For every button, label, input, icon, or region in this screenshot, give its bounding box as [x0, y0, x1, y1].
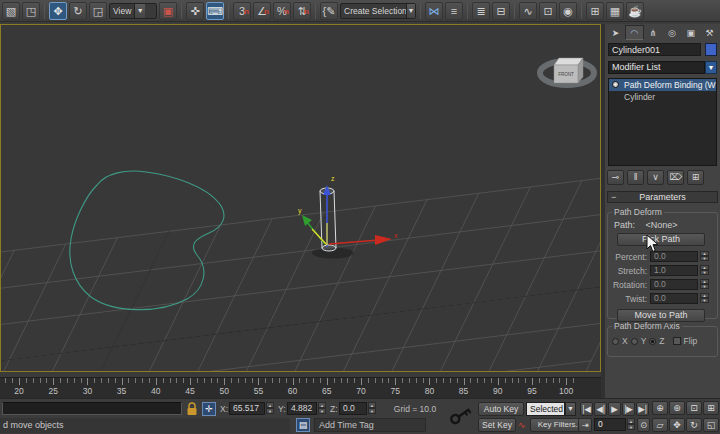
zoom-all-button[interactable]: ⊛ — [669, 401, 685, 415]
next-frame-button[interactable]: |▶ — [622, 402, 635, 416]
orbit-button[interactable]: ↻ — [686, 418, 702, 432]
tab-create[interactable]: ➤ — [606, 25, 625, 40]
axis-radio-x[interactable] — [612, 338, 619, 345]
use-pivot-point-center-button[interactable]: ▣ — [159, 2, 177, 20]
timeline-frame-label[interactable]: 45 — [185, 386, 194, 396]
x-coord-spinner[interactable]: ▲▼ — [266, 402, 274, 415]
tab-utilities[interactable]: ⚒ — [700, 25, 719, 40]
parameter-spinner[interactable]: ▲▼ — [700, 251, 709, 262]
modifier-stack[interactable]: Path Deform Binding (WSCylinder — [608, 78, 717, 166]
marquee-select-region-icon[interactable]: ▧ — [2, 2, 20, 20]
y-coord-field[interactable]: 4.882 — [287, 402, 317, 415]
object-color-swatch[interactable] — [705, 43, 717, 56]
selected-set-dropdown[interactable]: Selected ▼ — [526, 402, 576, 416]
y-coord-spinner[interactable]: ▲▼ — [318, 402, 326, 415]
timeline-frame-label[interactable]: 60 — [288, 386, 297, 396]
key-mode-toggle[interactable]: ⇥ — [578, 418, 592, 432]
parameter-field[interactable]: 0.0 — [650, 279, 698, 290]
play-animation-button[interactable]: ▶ — [608, 402, 621, 416]
tab-display[interactable]: ▣ — [681, 25, 700, 40]
scene-explorer-button[interactable]: ⊟ — [492, 2, 510, 20]
chevron-down-icon[interactable]: ▼ — [134, 4, 145, 18]
timeline-frame-label[interactable]: 70 — [356, 386, 365, 396]
layer-manager-button[interactable]: ≣ — [472, 2, 490, 20]
parameter-spinner[interactable]: ▲▼ — [700, 293, 709, 304]
time-configuration-button[interactable]: ⊙ — [637, 418, 650, 432]
field-of-view-button[interactable]: ▱ — [652, 418, 668, 432]
render-setup-button[interactable]: ⊞ — [586, 2, 604, 20]
go-to-end-button[interactable]: ▶| — [636, 402, 649, 416]
timeline-frame-label[interactable]: 20 — [14, 386, 23, 396]
material-editor-button[interactable]: ◉ — [559, 2, 577, 20]
absolute-mode-toggle[interactable]: ✛ — [202, 402, 216, 416]
zoom-extents-button[interactable]: ⊡ — [686, 401, 702, 415]
select-and-manipulate-button[interactable]: ✜ — [186, 2, 204, 20]
make-unique-button[interactable]: ∨ — [647, 170, 664, 185]
timeline-frame-label[interactable]: 50 — [219, 386, 228, 396]
viewcube[interactable]: FRONT — [540, 58, 594, 85]
tab-hierarchy[interactable]: ⋔ — [644, 25, 663, 40]
maximize-viewport-toggle[interactable]: ◱ — [703, 418, 719, 432]
spinner-snap-toggle-button[interactable]: ⇅n — [293, 2, 311, 20]
modifier-list-dropdown[interactable]: Modifier List ▼ — [608, 61, 717, 74]
parameters-rollout-header[interactable]: − Parameters — [607, 191, 718, 203]
lightbulb-icon[interactable] — [612, 81, 619, 88]
x-coord-field[interactable]: 65.517 — [229, 402, 265, 415]
set-keys-key-icon[interactable] — [448, 401, 474, 429]
current-frame-field[interactable]: 0 — [594, 418, 626, 431]
timeline-frame-label[interactable]: 35 — [117, 386, 126, 396]
mirror-button[interactable]: ⋈ — [425, 2, 443, 20]
z-coord-spinner[interactable]: ▲▼ — [368, 402, 376, 415]
zoom-extents-all-button[interactable]: ⊞ — [703, 401, 719, 415]
schematic-view-button[interactable]: ⊡ — [539, 2, 557, 20]
select-and-rotate-button[interactable]: ↻ — [69, 2, 87, 20]
timeline-frame-label[interactable]: 30 — [83, 386, 92, 396]
set-key-button[interactable]: Set Key — [478, 418, 516, 432]
parameter-spinner[interactable]: ▲▼ — [700, 279, 709, 290]
track-bar[interactable]: 20253035404550556065707580859095100 — [0, 377, 601, 398]
pan-view-button[interactable]: ✥ — [669, 418, 685, 432]
select-and-move-button[interactable]: ✥ — [49, 2, 67, 20]
tab-modify[interactable]: ◠ — [625, 25, 644, 40]
show-end-result-button[interactable]: ‖ — [627, 170, 644, 185]
chevron-down-icon[interactable]: ▼ — [406, 4, 415, 18]
modifier-stack-row[interactable]: Cylinder — [609, 91, 716, 103]
percent-snap-toggle-button[interactable]: %n — [273, 2, 291, 20]
timeline-frame-label[interactable]: 75 — [390, 386, 399, 396]
rendered-frame-window-button[interactable]: ▦ — [606, 2, 624, 20]
timeline-frame-label[interactable]: 65 — [322, 386, 331, 396]
page-icon[interactable]: ▤ — [296, 418, 310, 432]
z-coord-field[interactable]: 0.0 — [339, 402, 367, 415]
maxscript-mini-listener[interactable] — [2, 402, 182, 415]
window-crossing-toggle-icon[interactable]: ◳ — [22, 2, 40, 20]
axis-radio-y[interactable] — [631, 338, 638, 345]
timeline-frame-label[interactable]: 85 — [459, 386, 468, 396]
modifier-stack-row[interactable]: Path Deform Binding (WS — [609, 79, 716, 91]
keyboard-shortcut-override-toggle[interactable]: ⌨ — [206, 2, 224, 20]
flip-checkbox[interactable] — [673, 337, 681, 345]
object-name-field[interactable]: Cylinder001 — [608, 43, 701, 56]
go-to-start-button[interactable]: |◀ — [580, 402, 593, 416]
timeline-frame-label[interactable]: 40 — [151, 386, 160, 396]
select-and-scale-button[interactable]: ◲ — [89, 2, 107, 20]
perspective-viewport[interactable]: z y x FRONT — [0, 24, 601, 372]
angle-snap-toggle-button[interactable]: ∠n — [253, 2, 271, 20]
chevron-down-icon[interactable]: ▼ — [565, 402, 576, 416]
timeline-frame-label[interactable]: 95 — [527, 386, 536, 396]
time-slider-area[interactable]: 20253035404550556065707580859095100 — [0, 372, 601, 398]
chevron-down-icon[interactable]: ▼ — [705, 61, 717, 74]
timeline-frame-label[interactable]: 25 — [48, 386, 57, 396]
parameter-spinner[interactable]: ▲▼ — [700, 265, 709, 276]
edit-named-selection-sets-button[interactable]: {✎ — [320, 2, 338, 20]
reference-coordinate-system-dropdown[interactable]: View▼ — [109, 3, 157, 19]
pick-path-button[interactable]: Pick Path — [617, 233, 705, 246]
pin-stack-button[interactable]: ⊸ — [607, 170, 624, 185]
snap-toggle-3d-button[interactable]: 3n — [233, 2, 251, 20]
align-button[interactable]: ≡ — [445, 2, 463, 20]
tab-motion[interactable]: ◎ — [662, 25, 681, 40]
add-time-tag[interactable]: Add Time Tag — [314, 418, 426, 432]
zoom-button[interactable]: ⊕ — [652, 401, 668, 415]
timeline-frame-label[interactable]: 90 — [493, 386, 502, 396]
axis-radio-z[interactable] — [649, 338, 656, 345]
timeline-frame-label[interactable]: 80 — [425, 386, 434, 396]
